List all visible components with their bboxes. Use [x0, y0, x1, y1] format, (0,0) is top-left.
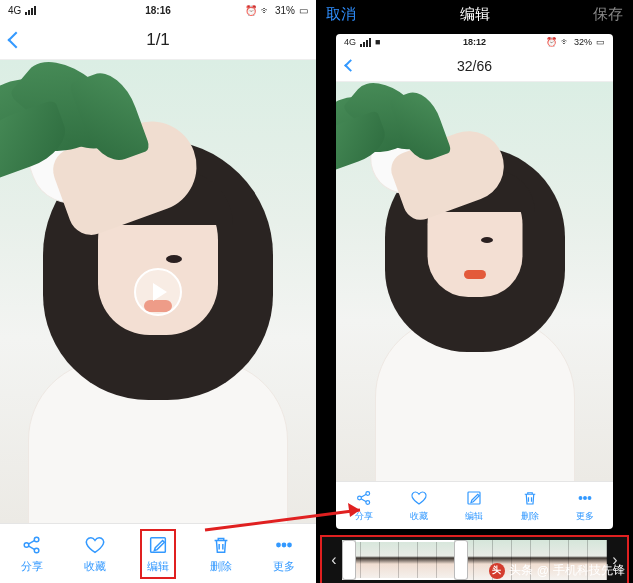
toutiao-logo-icon: 头 — [489, 563, 505, 579]
phone-inner-screen: 4G ■ 18:12 ⏰ ᯤ 32% ▭ 32/66 — [336, 34, 613, 529]
status-time: 18:16 — [145, 5, 171, 16]
cancel-button[interactable]: 取消 — [326, 5, 356, 24]
edit-overlay: 取消 编辑 保存 4G ■ 18:12 ⏰ ᯤ 32% ▭ 32/66 — [316, 0, 633, 583]
trim-handle-start[interactable] — [342, 540, 356, 580]
inner-favorite-label: 收藏 — [410, 510, 428, 523]
photo-counter: 1/1 — [146, 30, 170, 50]
video-icon: ■ — [375, 37, 380, 47]
status-bar: 4G 18:16 ⏰ ᯤ 31% ▭ — [0, 0, 316, 20]
edit-button[interactable]: 编辑 — [141, 530, 175, 578]
inner-more-label: 更多 — [576, 510, 594, 523]
delete-label: 删除 — [210, 559, 232, 574]
edit-header: 取消 编辑 保存 — [316, 0, 633, 28]
watermark: 头 头条 @ 手机科技先锋 — [489, 562, 625, 579]
inner-toolbar: 分享 收藏 编辑 删除 更多 — [336, 481, 613, 529]
inner-status-time: 18:12 — [463, 37, 486, 47]
inner-nav-bar: 32/66 — [336, 50, 613, 82]
delete-button[interactable]: 删除 — [204, 530, 238, 578]
inner-delete-button[interactable]: 删除 — [515, 485, 545, 527]
inner-photo[interactable] — [336, 82, 613, 481]
bottom-toolbar: 分享 收藏 编辑 删除 更多 — [0, 523, 316, 583]
watermark-prefix: 头条 — [509, 562, 533, 579]
alarm-icon: ⏰ — [546, 37, 557, 47]
timeline-prev[interactable]: ‹ — [326, 551, 342, 569]
inner-more-button[interactable]: 更多 — [570, 485, 600, 527]
trash-icon — [210, 534, 232, 556]
edit-icon — [147, 534, 169, 556]
back-button[interactable] — [8, 31, 25, 48]
inner-battery-percent: 32% — [574, 37, 592, 47]
edit-icon — [465, 489, 483, 507]
favorite-button[interactable]: 收藏 — [78, 530, 112, 578]
wifi-icon: ᯤ — [261, 5, 271, 16]
signal-icon — [25, 6, 36, 15]
more-icon — [576, 489, 594, 507]
inner-delete-label: 删除 — [521, 510, 539, 523]
more-icon — [273, 534, 295, 556]
heart-icon — [84, 534, 106, 556]
svg-point-5 — [283, 543, 286, 546]
inner-share-button[interactable]: 分享 — [349, 485, 379, 527]
favorite-label: 收藏 — [84, 559, 106, 574]
edit-title: 编辑 — [460, 5, 490, 24]
trash-icon — [521, 489, 539, 507]
share-icon — [21, 534, 43, 556]
inner-favorite-button[interactable]: 收藏 — [404, 485, 434, 527]
share-button[interactable]: 分享 — [15, 530, 49, 578]
more-label: 更多 — [273, 559, 295, 574]
share-icon — [355, 489, 373, 507]
svg-point-6 — [288, 543, 291, 546]
more-button[interactable]: 更多 — [267, 530, 301, 578]
battery-percent: 31% — [275, 5, 295, 16]
share-label: 分享 — [21, 559, 43, 574]
inner-network-label: 4G — [344, 37, 356, 47]
svg-point-15 — [588, 496, 591, 499]
network-label: 4G — [8, 5, 21, 16]
battery-icon: ▭ — [299, 5, 308, 16]
inner-status-bar: 4G ■ 18:12 ⏰ ᯤ 32% ▭ — [336, 34, 613, 50]
trim-range — [356, 540, 454, 580]
battery-icon: ▭ — [596, 37, 605, 47]
video-preview[interactable] — [0, 60, 316, 523]
inner-edit-button[interactable]: 编辑 — [459, 485, 489, 527]
edit-label: 编辑 — [147, 559, 169, 574]
svg-point-14 — [584, 496, 587, 499]
watermark-at: @ — [537, 564, 549, 578]
inner-back-button[interactable] — [344, 59, 357, 72]
phone-left-screen: 4G 18:16 ⏰ ᯤ 31% ▭ 1/1 分享 收藏 — [0, 0, 316, 583]
inner-edit-label: 编辑 — [465, 510, 483, 523]
svg-point-4 — [277, 543, 280, 546]
signal-icon — [360, 38, 371, 47]
inner-photo-counter: 32/66 — [457, 58, 492, 74]
save-button[interactable]: 保存 — [593, 5, 623, 24]
wifi-icon: ᯤ — [561, 37, 570, 47]
trim-handle-end[interactable] — [454, 540, 468, 580]
nav-bar: 1/1 — [0, 20, 316, 60]
inner-share-label: 分享 — [355, 510, 373, 523]
svg-point-13 — [579, 496, 582, 499]
heart-icon — [410, 489, 428, 507]
watermark-author: 手机科技先锋 — [553, 562, 625, 579]
alarm-icon: ⏰ — [245, 5, 257, 16]
play-button[interactable] — [134, 268, 182, 316]
